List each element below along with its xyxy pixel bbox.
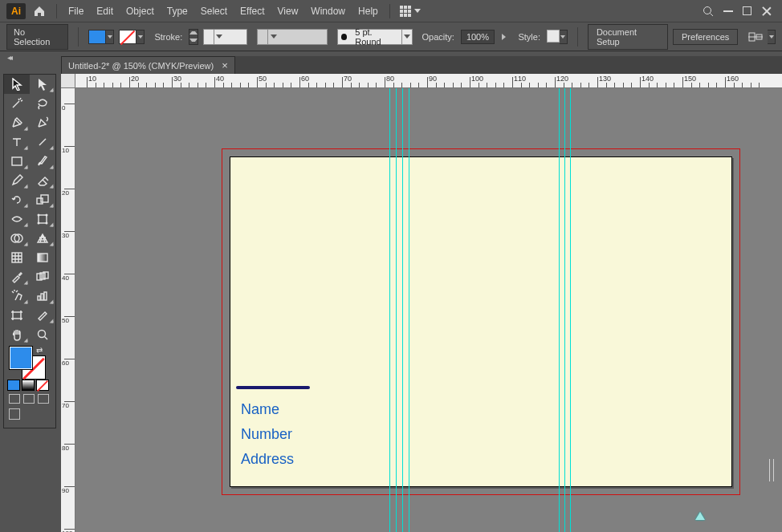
rotate-tool[interactable] bbox=[4, 190, 30, 209]
pen-tool[interactable] bbox=[4, 113, 30, 132]
svg-rect-9 bbox=[39, 215, 47, 223]
type-tool[interactable] bbox=[4, 132, 30, 152]
hruler-tick: 50 bbox=[259, 75, 267, 83]
draw-inside[interactable] bbox=[38, 394, 49, 404]
text-object[interactable]: Number bbox=[241, 426, 292, 443]
gradient-tool[interactable] bbox=[30, 248, 55, 267]
vruler-tick: 0 bbox=[62, 105, 65, 112]
guide-vertical[interactable] bbox=[402, 88, 403, 532]
hand-tool[interactable] bbox=[4, 325, 30, 344]
close-tab-button[interactable]: × bbox=[222, 60, 228, 71]
document-tab[interactable]: Untitled-2* @ 150% (CMYK/Preview) × bbox=[61, 56, 235, 74]
color-mode-solid[interactable] bbox=[7, 380, 20, 391]
menu-edit[interactable]: Edit bbox=[90, 0, 120, 22]
scale-tool[interactable] bbox=[30, 190, 55, 209]
align-flyout[interactable] bbox=[768, 30, 776, 44]
draw-normal[interactable] bbox=[9, 394, 20, 404]
drawn-line[interactable] bbox=[236, 386, 310, 389]
separator bbox=[577, 27, 578, 47]
svg-rect-24 bbox=[13, 312, 21, 319]
brush-definition-combo[interactable]: 5 pt. Round bbox=[337, 29, 413, 45]
guide-vertical[interactable] bbox=[389, 88, 390, 532]
pencil-tool[interactable] bbox=[4, 171, 30, 190]
guide-vertical[interactable] bbox=[564, 88, 565, 532]
perspective-grid-tool[interactable] bbox=[30, 229, 55, 248]
opacity-flyout[interactable] bbox=[499, 29, 508, 45]
cursor-indicator bbox=[695, 512, 705, 520]
guide-vertical[interactable] bbox=[396, 88, 397, 532]
artboard[interactable] bbox=[230, 156, 732, 487]
magic-wand-tool[interactable] bbox=[4, 94, 30, 113]
opacity-value[interactable]: 100% bbox=[461, 30, 495, 44]
stroke-weight-stepper[interactable] bbox=[189, 29, 198, 45]
width-tool[interactable] bbox=[4, 209, 30, 229]
artboard-tool[interactable] bbox=[4, 306, 30, 325]
draw-behind[interactable] bbox=[23, 394, 35, 404]
menu-file[interactable]: File bbox=[62, 0, 90, 22]
guide-vertical[interactable] bbox=[570, 88, 571, 532]
curvature-tool[interactable] bbox=[30, 113, 55, 132]
search-icon[interactable] bbox=[703, 6, 714, 17]
hruler-tick: 140 bbox=[641, 75, 654, 83]
swap-fill-stroke-icon[interactable]: ⇄ bbox=[36, 346, 43, 355]
screen-mode-button[interactable] bbox=[9, 408, 20, 420]
ruler-origin[interactable] bbox=[61, 74, 75, 88]
vertical-ruler[interactable]: 0102030405060708090100110 bbox=[61, 88, 75, 532]
align-icon[interactable] bbox=[747, 30, 763, 43]
menu-type[interactable]: Type bbox=[161, 0, 194, 22]
text-object[interactable]: Address bbox=[241, 451, 294, 468]
guide-vertical[interactable] bbox=[559, 88, 560, 532]
line-segment-tool[interactable] bbox=[30, 132, 55, 152]
canvas-area[interactable]: NameNumberAddress bbox=[75, 88, 782, 532]
variable-width-profile-combo[interactable] bbox=[257, 29, 328, 45]
menu-object[interactable]: Object bbox=[120, 0, 161, 22]
svg-point-10 bbox=[38, 214, 40, 217]
rectangle-tool[interactable] bbox=[4, 152, 30, 171]
close-button[interactable] bbox=[761, 6, 772, 17]
minimize-button[interactable] bbox=[723, 10, 733, 12]
document-setup-button[interactable]: Document Setup bbox=[588, 24, 668, 50]
selection-tool[interactable] bbox=[4, 75, 30, 94]
eraser-tool[interactable] bbox=[30, 171, 55, 190]
color-mode-none[interactable] bbox=[36, 380, 49, 391]
zoom-tool[interactable] bbox=[30, 325, 55, 344]
maximize-button[interactable] bbox=[743, 6, 751, 15]
mesh-tool[interactable] bbox=[4, 248, 30, 267]
paintbrush-tool[interactable] bbox=[30, 152, 55, 171]
horizontal-ruler[interactable]: 102030405060708090100110120130140150160 bbox=[61, 74, 782, 88]
svg-rect-16 bbox=[12, 253, 22, 262]
stroke-swatch[interactable] bbox=[119, 30, 145, 44]
menu-view[interactable]: View bbox=[271, 0, 305, 22]
free-transform-tool[interactable] bbox=[30, 209, 55, 229]
svg-line-5 bbox=[39, 139, 46, 145]
text-object[interactable]: Name bbox=[241, 401, 279, 418]
menu-effect[interactable]: Effect bbox=[234, 0, 271, 22]
svg-point-13 bbox=[46, 222, 48, 225]
slice-tool[interactable] bbox=[30, 306, 55, 325]
menu-select[interactable]: Select bbox=[194, 0, 234, 22]
direct-selection-tool[interactable] bbox=[30, 75, 55, 94]
fill-stroke-swatches[interactable]: ⇄ bbox=[4, 346, 55, 378]
svg-rect-22 bbox=[41, 294, 43, 300]
hruler-tick: 120 bbox=[556, 75, 568, 83]
menu-help[interactable]: Help bbox=[352, 0, 385, 22]
stroke-weight-combo[interactable] bbox=[203, 29, 247, 45]
guide-vertical[interactable] bbox=[409, 88, 409, 532]
fill-color-swatch[interactable] bbox=[9, 346, 33, 370]
eyedropper-tool[interactable] bbox=[4, 267, 30, 286]
home-icon[interactable] bbox=[31, 2, 48, 20]
blend-tool[interactable] bbox=[30, 267, 55, 286]
svg-line-1 bbox=[711, 13, 714, 16]
menu-window[interactable]: Window bbox=[304, 0, 352, 22]
arrange-documents-button[interactable] bbox=[395, 6, 426, 17]
round-brush-icon bbox=[341, 34, 347, 40]
column-graph-tool[interactable] bbox=[30, 286, 55, 306]
panel-collapse-handle[interactable]: ◂◂ bbox=[3, 53, 14, 61]
graphic-style-combo[interactable] bbox=[547, 30, 568, 44]
fill-swatch[interactable] bbox=[88, 30, 114, 44]
preferences-button[interactable]: Preferences bbox=[673, 29, 738, 45]
color-mode-gradient[interactable] bbox=[22, 380, 35, 391]
shape-builder-tool[interactable] bbox=[4, 229, 30, 248]
lasso-tool[interactable] bbox=[30, 94, 55, 113]
symbol-sprayer-tool[interactable] bbox=[4, 286, 30, 306]
